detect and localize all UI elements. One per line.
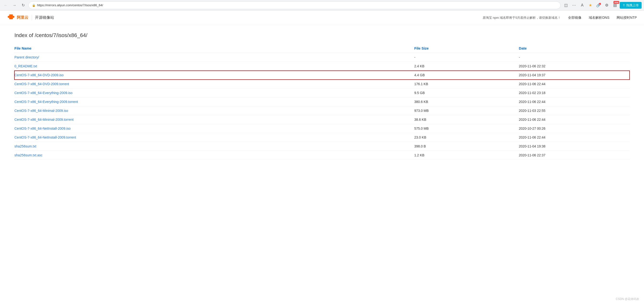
file-link[interactable]: CentOS-7-x86_64-DVD-2009.torrent	[14, 82, 69, 86]
file-size: 398.0 B	[414, 142, 519, 151]
upload-button[interactable]: ⇧ 拖拽上传	[620, 2, 642, 9]
table-row: sha256sum.txt.asc1.2 KB2020-11-06 22:37	[14, 151, 630, 160]
logo-area: 阿里云 开源镜像站	[7, 14, 54, 22]
file-size: 4.4 GB	[414, 71, 519, 80]
file-date: 2020-11-06 22:44	[519, 115, 630, 124]
table-row: CentOS-7-x86_64-DVD-2009.torrent176.1 KB…	[14, 80, 630, 88]
aliyun-logo[interactable]: 阿里云	[7, 14, 28, 22]
desktop-icon[interactable]: ◫	[562, 2, 569, 9]
upload-label: 拖拽上传	[626, 3, 639, 8]
logo-icon	[7, 14, 15, 22]
browser-actions: ◫ ⋯ A ★ 🔗 ⚙ ▤ new ⇧ 拖拽上传	[562, 2, 642, 9]
extension2-icon[interactable]: ▤ new	[612, 2, 618, 9]
font-icon[interactable]: A	[579, 2, 586, 9]
file-size: 1.2 KB	[414, 151, 519, 160]
svg-rect-2	[9, 18, 13, 19]
browser-chrome: ← → ↻ 🔒 https://mirrors.aliyun.com/cento…	[0, 0, 644, 10]
file-link[interactable]: sha256sum.txt	[14, 144, 36, 148]
main-content: Index of /centos/7/isos/x86_64/ File Nam…	[0, 25, 644, 167]
table-row: CentOS-7-x86_64-Minimal-2009.torrent38.6…	[14, 115, 630, 124]
nav-ntp[interactable]: 网站授时NTP	[616, 16, 637, 20]
file-link[interactable]: CentOS-7-x86_64-Minimal-2009.torrent	[14, 118, 74, 122]
file-link[interactable]: CentOS-7-x86_64-DVD-2009.iso	[14, 73, 64, 77]
file-size: 380.6 KB	[414, 98, 519, 106]
file-date: 2020-11-02 23:18	[519, 88, 630, 98]
upload-icon: ⇧	[622, 3, 625, 7]
url-text: https://mirrors.aliyun.com/centos/7/isos…	[37, 3, 103, 7]
file-link[interactable]: Parent directory/	[14, 55, 39, 59]
table-row: CentOS-7-x86_64-Everything-2009.torrent3…	[14, 98, 630, 106]
reload-button[interactable]: ↻	[20, 2, 26, 9]
file-link[interactable]: CentOS-7-x86_64-NetInstall-2009.torrent	[14, 136, 76, 139]
table-row: 0_README.txt2.4 KB2020-11-06 22:32	[14, 62, 630, 71]
file-link[interactable]: CentOS-7-x86_64-Minimal-2009.iso	[14, 109, 68, 112]
site-title: 开源镜像站	[32, 15, 54, 20]
table-row: CentOS-7-x86_64-NetInstall-2009.iso575.0…	[14, 124, 630, 133]
table-row: CentOS-7-x86_64-DVD-2009.iso4.4 GB2020-1…	[14, 71, 630, 80]
announcement-text: 原淘宝 npm 域名即将于5月底停止解析，请切换新域名！	[483, 16, 561, 20]
grid-icon[interactable]: ⋯	[571, 2, 578, 9]
extension-icon[interactable]: 🔗	[595, 2, 602, 9]
settings-icon[interactable]: ⚙	[603, 2, 610, 9]
file-date: -	[519, 53, 630, 62]
table-row: CentOS-7-x86_64-NetInstall-2009.torrent2…	[14, 133, 630, 142]
nav-dns[interactable]: 域名解析DNS	[589, 16, 609, 20]
nav-links: 原淘宝 npm 域名即将于5月底停止解析，请切换新域名！ 全部镜像 域名解析DN…	[483, 16, 637, 20]
page-title: Index of /centos/7/isos/x86_64/	[14, 32, 630, 38]
svg-rect-1	[9, 14, 13, 16]
col-header-date: Date	[519, 44, 630, 53]
col-header-name: File Name	[14, 44, 414, 53]
new-badge: new	[614, 1, 619, 4]
file-size: 575.0 MB	[414, 124, 519, 133]
col-header-size: File Size	[414, 44, 519, 53]
file-size: 2.4 KB	[414, 62, 519, 71]
site-header: 阿里云 开源镜像站 原淘宝 npm 域名即将于5月底停止解析，请切换新域名！ 全…	[0, 10, 644, 25]
lock-icon: 🔒	[32, 4, 36, 7]
address-bar[interactable]: 🔒 https://mirrors.aliyun.com/centos/7/is…	[28, 2, 560, 9]
table-row: CentOS-7-x86_64-Everything-2009.iso9.5 G…	[14, 88, 630, 98]
notification-dot	[599, 3, 601, 5]
table-row: Parent directory/--	[14, 53, 630, 62]
file-link[interactable]: CentOS-7-x86_64-NetInstall-2009.iso	[14, 126, 70, 130]
logo-text: 阿里云	[17, 15, 28, 20]
svg-rect-0	[8, 16, 14, 18]
forward-button[interactable]: →	[11, 2, 18, 9]
file-date: 2020-11-06 22:32	[519, 62, 630, 71]
file-link[interactable]: CentOS-7-x86_64-Everything-2009.iso	[14, 91, 72, 95]
file-link[interactable]: 0_README.txt	[14, 64, 37, 68]
nav-all-mirrors[interactable]: 全部镜像	[568, 16, 582, 20]
file-date: 2020-11-06 22:44	[519, 133, 630, 142]
file-size: 973.0 MB	[414, 106, 519, 115]
table-row: CentOS-7-x86_64-Minimal-2009.iso973.0 MB…	[14, 106, 630, 115]
file-size: 9.5 GB	[414, 88, 519, 98]
back-button[interactable]: ←	[2, 2, 9, 9]
file-date: 2020-11-04 19:38	[519, 142, 630, 151]
file-date: 2020-11-06 22:37	[519, 151, 630, 160]
file-date: 2020-11-04 19:37	[519, 71, 630, 80]
file-date: 2020-11-06 22:44	[519, 98, 630, 106]
file-size: 23.0 KB	[414, 133, 519, 142]
table-row: sha256sum.txt398.0 B2020-11-04 19:38	[14, 142, 630, 151]
file-size: 38.6 KB	[414, 115, 519, 124]
file-date: 2020-11-03 22:55	[519, 106, 630, 115]
file-table: File Name File Size Date Parent director…	[14, 44, 630, 160]
file-date: 2020-11-06 22:44	[519, 80, 630, 88]
file-date: 2020-10-27 00:26	[519, 124, 630, 133]
bookmark-icon[interactable]: ★	[587, 2, 594, 9]
table-header-row: File Name File Size Date	[14, 44, 630, 53]
file-link[interactable]: CentOS-7-x86_64-Everything-2009.torrent	[14, 100, 78, 104]
file-link[interactable]: sha256sum.txt.asc	[14, 153, 42, 157]
file-size: 176.1 KB	[414, 80, 519, 88]
file-size: -	[414, 53, 519, 62]
